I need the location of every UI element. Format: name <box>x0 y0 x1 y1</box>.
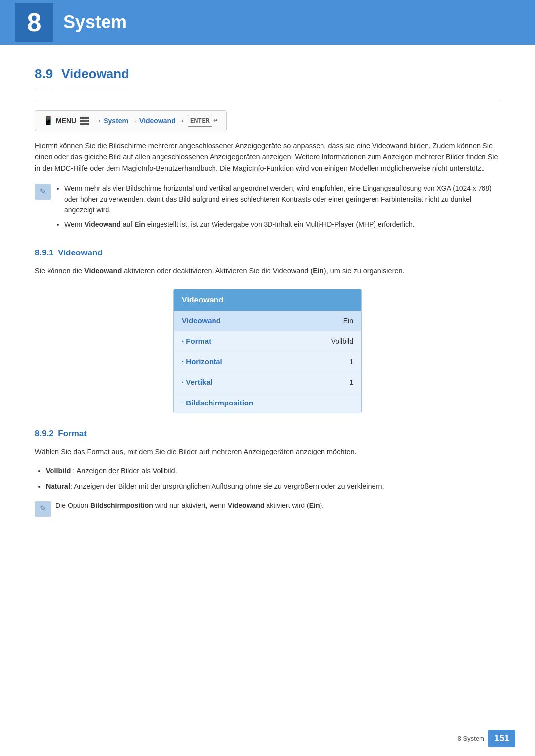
note-item-2: Wenn Videowand auf Ein eingestellt ist, … <box>64 219 500 230</box>
chapter-number: 8 <box>15 3 54 42</box>
note-box: Wenn mehr als vier Bildschirme horizonta… <box>35 183 500 233</box>
enter-arrow-icon: ↵ <box>213 116 218 126</box>
note-list: Wenn mehr als vier Bildschirme horizonta… <box>55 183 500 230</box>
intro-paragraph: Hiermit können Sie die Bildschirme mehre… <box>35 140 500 175</box>
subsection-891-body: Sie können die Videowand aktivieren oder… <box>35 265 500 277</box>
subsection-891-title: Videowand <box>58 248 102 257</box>
main-content: 8.9 Videowand 📱 MENU → System → Videowan… <box>0 45 535 563</box>
vw-value-videowand: Ein <box>343 316 353 326</box>
chapter-title: System <box>63 9 127 36</box>
format-bullet-vollbild: Vollbild : Anzeigen der Bilder als Vollb… <box>46 465 500 477</box>
grid-icon <box>80 117 89 125</box>
vw-row-format[interactable]: · Format Vollbild <box>174 331 361 352</box>
vw-row-horizontal[interactable]: · Horizontal 1 <box>174 352 361 373</box>
vw-value-vertikal: 1 <box>349 377 353 388</box>
bottom-note-content: Die Option Bildschirmposition wird nur a… <box>55 500 324 511</box>
vw-row-bildschirmposition[interactable]: · Bildschirmposition <box>174 393 361 413</box>
videowand-menu-header: Videowand <box>174 289 361 311</box>
subsection-892-title: Format <box>58 429 87 438</box>
vw-row-videowand[interactable]: Videowand Ein <box>174 311 361 332</box>
note-icon <box>35 184 51 200</box>
vw-label-format: · Format <box>182 336 211 347</box>
subsection-891-heading: 8.9.1 Videowand <box>35 247 500 259</box>
menu-system: System <box>104 116 128 126</box>
header-bar: 8 System <box>0 0 535 45</box>
vw-label-horizontal: · Horizontal <box>182 356 222 368</box>
grid-icon-container <box>78 116 91 126</box>
note-item-1: Wenn mehr als vier Bildschirme horizonta… <box>64 183 500 216</box>
arrow1: → <box>95 116 102 126</box>
note-content: Wenn mehr als vier Bildschirme horizonta… <box>55 183 500 233</box>
page-number: 151 <box>488 730 515 747</box>
footer-system-label: 8 System <box>458 734 484 744</box>
arrow3: → <box>178 116 185 126</box>
format-bullet-natural: Natural: Anzeigen der Bilder mit der urs… <box>46 481 500 492</box>
menu-videowand: Videowand <box>139 116 176 126</box>
page-footer: 8 System 151 <box>458 730 515 747</box>
vw-value-horizontal: 1 <box>349 357 353 367</box>
videowand-menu: Videowand Videowand Ein · Format Vollbil… <box>173 289 362 414</box>
section-title: Videowand <box>61 64 129 88</box>
bottom-note-icon <box>35 501 51 517</box>
menu-label: MENU <box>56 116 76 126</box>
vw-row-vertikal[interactable]: · Vertikal 1 <box>174 372 361 393</box>
remote-icon: 📱 <box>43 115 53 127</box>
vw-label-bildschirmposition: · Bildschirmposition <box>182 398 253 409</box>
subsection-891-number: 8.9.1 <box>35 248 54 257</box>
bottom-note-box: Die Option Bildschirmposition wird nur a… <box>35 500 500 517</box>
format-bullet-list: Vollbild : Anzeigen der Bilder als Vollb… <box>35 465 500 492</box>
enter-label: ENTER <box>188 115 212 127</box>
vw-label-videowand: Videowand <box>182 315 221 327</box>
subsection-892-heading: 8.9.2 Format <box>35 427 500 440</box>
subsection-892-number: 8.9.2 <box>35 429 54 438</box>
vw-value-format: Vollbild <box>331 336 353 347</box>
vw-label-vertikal: · Vertikal <box>182 377 213 388</box>
menu-path-box: 📱 MENU → System → Videowand → ENTER ↵ <box>35 110 227 131</box>
section-number: 8.9 <box>35 64 53 88</box>
section-divider <box>35 101 500 101</box>
subsection-892-body: Wählen Sie das Format aus, mit dem Sie d… <box>35 446 500 457</box>
arrow2: → <box>130 116 137 126</box>
